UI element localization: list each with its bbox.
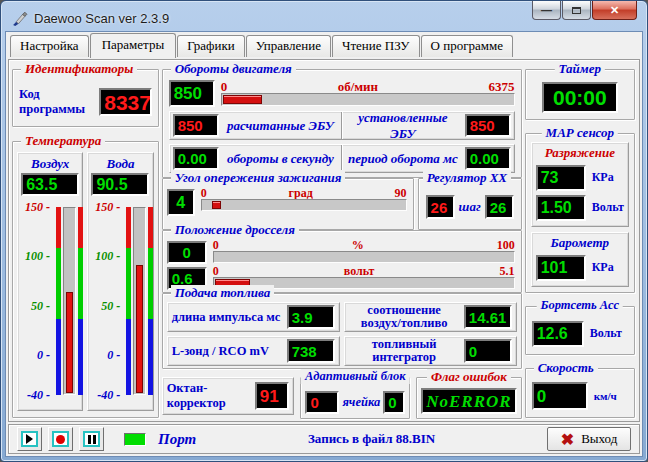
rpm-scale-min: 0 xyxy=(221,80,228,93)
thermometer-band xyxy=(78,207,83,395)
thermometer-tick--40: -40 - xyxy=(27,388,50,403)
lambda-display: 738 xyxy=(287,339,335,363)
error-flag-group: Флаг ошибок NoERROR xyxy=(416,377,521,419)
throttle-volts-max: 5.1 xyxy=(500,265,515,277)
maximize-button[interactable] xyxy=(562,1,591,20)
tab-grafiki[interactable]: Графики xyxy=(177,35,245,57)
thermometer-tick-100: 100 - xyxy=(25,249,50,264)
speed-display: 0 xyxy=(532,382,588,410)
exit-x-icon: ✖ xyxy=(561,430,574,449)
vacuum-panel: Разряжение 73 КРа 1.50 Вольт xyxy=(531,142,629,227)
thermometer-tick-50: 50 - xyxy=(101,298,120,313)
fuel-integrator-panel: топливныйинтегратор 0 xyxy=(344,336,517,366)
idle-regulator-current-display: 26 xyxy=(426,195,455,219)
tab-nastroyka[interactable]: Настройка xyxy=(10,35,89,57)
board-net-title: Бортсеть Асс xyxy=(537,298,624,313)
tab-o-programme[interactable]: О программе xyxy=(421,35,513,57)
rpm-calculated-display: 850 xyxy=(173,114,219,137)
air-fuel-ratio-display: 14.61 xyxy=(464,305,512,329)
vacuum-volt-display: 1.50 xyxy=(536,195,586,221)
adaptive-cell-label: ячейка xyxy=(342,395,380,410)
speed-group: Скорость 0 км/ч xyxy=(525,368,635,418)
barometer-title: Барометр xyxy=(551,235,609,251)
exit-button[interactable]: ✖ Выход xyxy=(547,427,631,451)
tab-upravlenie[interactable]: Управление xyxy=(246,35,331,57)
board-net-unit: Вольт xyxy=(590,326,622,341)
air-fuel-ratio-label: соотношениевоздух/топливо xyxy=(349,304,460,330)
throttle-title: Положение дросселя xyxy=(171,222,299,238)
octane-corrector-panel: Октан-корректор 91 xyxy=(162,377,295,415)
water-thermometer-scale: 150 -100 -50 -0 --40 - xyxy=(90,207,120,395)
port-label: Порт xyxy=(158,431,196,448)
idle-regulator-title: Регулятор ХХ xyxy=(423,170,511,186)
tab-strip: Настройка Параметры Графики Управление Ч… xyxy=(6,32,642,57)
close-button[interactable]: ✕ xyxy=(592,1,637,20)
throttle-percent-unit: % xyxy=(352,239,364,251)
water-mercury-bar xyxy=(136,265,143,393)
ignition-angle-marker xyxy=(212,201,221,209)
throttle-percent-display: 0 xyxy=(167,241,207,264)
engine-rpm-group: Обороты двигателя 850 0 об/мин 6375 xyxy=(162,69,522,178)
speed-unit: км/ч xyxy=(594,390,617,402)
water-thermometer: 150 -100 -50 -0 --40 - xyxy=(90,198,150,406)
play-icon xyxy=(26,434,33,444)
barometer-kpa-display: 101 xyxy=(536,255,586,281)
port-led-indicator xyxy=(124,433,146,446)
fuel-integrator-label: топливныйинтегратор xyxy=(349,338,460,364)
octane-corrector-display: 91 xyxy=(255,382,290,410)
rpm-set-label: установленные ЭБУ xyxy=(345,110,461,142)
water-temperature-display: 90.5 xyxy=(91,173,149,196)
play-button[interactable] xyxy=(17,427,42,451)
pause-button[interactable] xyxy=(79,427,104,451)
timer-display: 00:00 xyxy=(542,82,618,113)
ignition-angle-title: Угол опережения зажигания xyxy=(171,170,346,186)
rpm-progress-fill xyxy=(223,95,262,104)
angle-scale-unit: град xyxy=(289,187,313,199)
angle-scale-min: 0 xyxy=(201,187,207,199)
thermometer-band xyxy=(126,207,131,395)
throttle-percent-min: 0 xyxy=(213,239,219,251)
minimize-button[interactable]: — xyxy=(532,1,561,20)
vacuum-kpa-unit: КРа xyxy=(592,170,614,185)
map-sensor-title: МАР сенсор xyxy=(542,125,618,141)
idle-regulator-group: Регулятор ХХ 26 шаг 26 xyxy=(418,178,522,230)
air-thermometer-scale: 150 -100 -50 -0 --40 - xyxy=(20,207,50,395)
program-code-label: Код программы xyxy=(19,87,95,117)
board-net-display: 12.6 xyxy=(532,321,584,347)
fuel-integrator-display: 0 xyxy=(464,339,512,363)
octane-corrector-label: Октан-корректор xyxy=(167,381,249,411)
tab-chtenie-pzu[interactable]: Чтение ПЗУ xyxy=(332,35,420,57)
adaptive-block-title: Адаптивный блок xyxy=(301,369,410,384)
idle-regulator-step-label: шаг xyxy=(459,199,481,215)
throttle-percent-max: 100 xyxy=(497,239,515,251)
vacuum-title: Разряжение xyxy=(545,145,615,161)
window-title: Daewoo Scan ver 2.3.9 xyxy=(34,11,169,26)
timer-title: Таймер xyxy=(555,61,605,77)
thermometer-channel xyxy=(63,207,76,395)
map-sensor-group: МАР сенсор Разряжение 73 КРа 1.50 Вольт xyxy=(525,133,635,293)
period-label: период оборота мс xyxy=(345,151,461,167)
speed-title: Скорость xyxy=(534,360,598,376)
tab-parametry[interactable]: Параметры xyxy=(90,33,177,58)
pulse-length-label: длина импульса мс xyxy=(172,311,283,324)
rps-label: обороты в секунду xyxy=(223,151,339,167)
throttle-percent-bar xyxy=(213,251,515,263)
pulse-length-panel: длина импульса мс 3.9 xyxy=(167,302,340,332)
vacuum-kpa-display: 73 xyxy=(536,165,586,191)
barometer-panel: Барометр 101 КРа xyxy=(531,232,629,287)
air-mercury-bar xyxy=(66,292,73,393)
water-label: Вода xyxy=(106,156,134,172)
record-file-text: Запись в файл 88.BIN xyxy=(202,431,541,447)
status-bar: Порт Запись в файл 88.BIN ✖ Выход xyxy=(8,424,640,454)
rpm-scale-max: 6375 xyxy=(489,80,515,93)
record-button[interactable] xyxy=(48,427,73,451)
thermometer-tick-50: 50 - xyxy=(31,298,50,313)
thermometer-tick-150: 150 - xyxy=(95,200,120,215)
thermometer-tick-0: 0 - xyxy=(37,348,50,363)
air-temperature-panel: Воздух 63.5 150 -100 -50 -0 --40 - xyxy=(17,152,83,411)
fuel-supply-title: Подача топлива xyxy=(171,285,275,301)
error-flag-title: Флаг ошибок xyxy=(427,369,511,385)
title-bar[interactable]: Daewoo Scan ver 2.3.9 — ✕ xyxy=(5,5,643,31)
vacuum-volt-unit: Вольт xyxy=(592,200,624,215)
rps-display: 0.00 xyxy=(173,147,219,170)
